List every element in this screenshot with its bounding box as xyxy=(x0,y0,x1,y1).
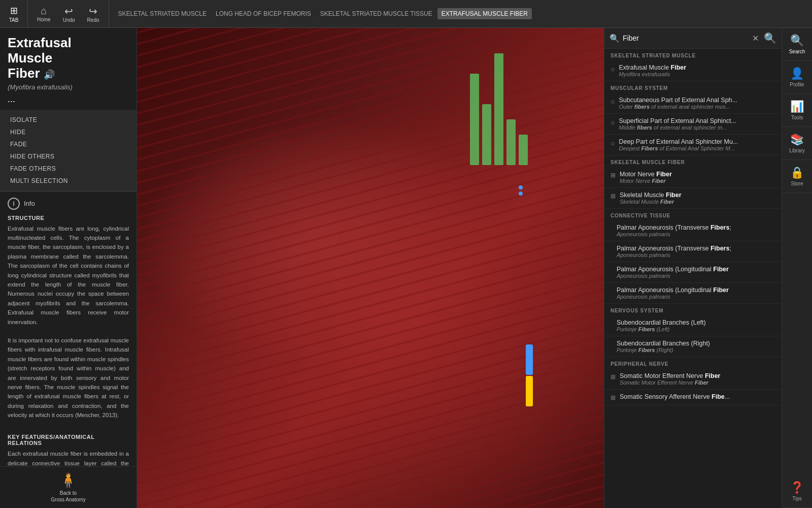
result-text: Palmar Aponeurosis (Longitudinal FiberAp… xyxy=(617,266,775,279)
library-icon: 📚 xyxy=(790,133,804,146)
audio-icon[interactable]: 🔊 xyxy=(44,70,55,80)
list-item[interactable]: Subendocardial Branches (Left)Purkinje F… xyxy=(604,315,782,336)
result-latin: Motor Nerve Fiber xyxy=(620,178,775,184)
list-item[interactable]: ⊞Somatic Sensory Afferent Nerve Fibe... xyxy=(604,390,782,405)
result-latin: Purkinje Fibers (Right) xyxy=(617,347,775,353)
result-name: Somatic Sensory Afferent Nerve Fibe... xyxy=(620,393,775,400)
tools-sidebar-label: Tools xyxy=(791,115,803,120)
list-item[interactable]: Palmar Aponeurosis (Transverse Fibers;Ap… xyxy=(604,220,782,241)
breadcrumb: SKELETAL STRIATED MUSCLE LONG HEAD OF BI… xyxy=(109,8,813,19)
hide-button[interactable]: HIDE xyxy=(0,126,137,138)
result-latin: Outer fibers of external anal sphincter … xyxy=(619,104,775,110)
store-sidebar-label: Store xyxy=(791,181,803,186)
result-text: Skeletal Muscle FiberSkeletal Muscle Fib… xyxy=(620,192,775,205)
home-label: Home xyxy=(37,17,51,22)
result-text: Somatic Motor Efferent Nerve FiberSomati… xyxy=(620,372,775,386)
fade-others-button[interactable]: FADE OTHERS xyxy=(0,163,137,175)
info-label: Info xyxy=(24,200,35,207)
no-icon xyxy=(611,341,613,349)
highlight-fiber: Fiber xyxy=(713,287,729,294)
result-name: Palmar Aponeurosis (Longitudinal Fiber xyxy=(617,287,775,294)
list-item[interactable]: Palmar Aponeurosis (Transverse Fibers;Ap… xyxy=(604,241,782,262)
isolate-button[interactable]: ISOLATE xyxy=(0,114,137,126)
result-name: Deep Part of External Anal Sphincter Mu.… xyxy=(619,138,775,145)
breadcrumb-2[interactable]: LONG HEAD OF BICEP FEMORIS xyxy=(212,8,315,19)
main-area: Extrafusal Muscle Fiber 🔊 (Myofibra extr… xyxy=(0,28,812,508)
title-line1: Extrafusal xyxy=(8,35,72,50)
tips-sidebar-button[interactable]: ❓ Tips xyxy=(782,475,813,508)
result-name: Subcutaneous Part of External Anal Sph..… xyxy=(619,97,775,104)
green-bars xyxy=(470,53,528,165)
results-section-header: NERVOUS SYSTEM xyxy=(604,304,782,315)
viewport[interactable] xyxy=(137,28,604,508)
circle-icon: ○ xyxy=(611,65,615,73)
result-name: Extrafusal Muscle Fiber xyxy=(619,64,775,71)
multi-selection-button[interactable]: MULTI SELECTION xyxy=(0,175,137,187)
list-item[interactable]: Subendocardial Branches (Right)Purkinje … xyxy=(604,336,782,357)
hide-others-button[interactable]: HIDE OTHERS xyxy=(0,150,137,163)
top-bar: ⊞ TAB ⌂ Home ↩ Undo ↪ Redo SKELETAL STRI… xyxy=(0,0,812,28)
info-icon: i xyxy=(8,198,20,210)
tab-button[interactable]: ⊞ TAB xyxy=(0,0,28,28)
undo-button[interactable]: ↩ Undo xyxy=(59,3,79,25)
breadcrumb-1[interactable]: SKELETAL STRIATED MUSCLE xyxy=(114,8,211,19)
list-item[interactable]: ○Deep Part of External Anal Sphincter Mu… xyxy=(604,135,782,155)
structure-text2: It is important not to confuse extrafusa… xyxy=(8,336,129,420)
result-latin: Purkinje Fibers (Left) xyxy=(617,326,775,332)
search-input[interactable] xyxy=(623,34,749,42)
results-section-header: CONNECTIVE TISSUE xyxy=(604,209,782,220)
result-latin: Somatic Motor Efferent Nerve Fiber xyxy=(620,379,775,386)
grid-icon: ⊞ xyxy=(611,394,616,401)
tab-icon: ⊞ xyxy=(10,5,18,16)
key-features-heading: KEY FEATURES/ANATOMICAL RELATIONS xyxy=(8,434,129,446)
fade-button[interactable]: FADE xyxy=(0,138,137,150)
back-label: Back to Gross Anatomy xyxy=(51,490,85,503)
result-text: Subcutaneous Part of External Anal Sph..… xyxy=(619,97,775,110)
list-item[interactable]: ⊞Skeletal Muscle FiberSkeletal Muscle Fi… xyxy=(604,188,782,209)
list-item[interactable]: Palmar Aponeurosis (Longitudinal FiberAp… xyxy=(604,262,782,283)
no-icon xyxy=(611,267,613,275)
more-options[interactable]: ... xyxy=(8,94,129,105)
library-sidebar-button[interactable]: 📚 Library xyxy=(782,127,813,160)
result-name: Skeletal Muscle Fiber xyxy=(620,192,775,199)
highlight-fiber: Fiber xyxy=(666,192,682,199)
list-item[interactable]: ⊞Motor Nerve FiberMotor Nerve Fiber xyxy=(604,167,782,188)
result-name: Palmar Aponeurosis (Transverse Fibers; xyxy=(617,245,775,252)
result-text: Deep Part of External Anal Sphincter Mu.… xyxy=(619,138,775,151)
title-area: Extrafusal Muscle Fiber 🔊 (Myofibra extr… xyxy=(0,28,137,110)
circle-icon: ○ xyxy=(611,98,615,106)
store-sidebar-button[interactable]: 🔒 Store xyxy=(782,160,813,193)
result-text: Subendocardial Branches (Left)Purkinje F… xyxy=(617,319,775,332)
list-item[interactable]: ○Subcutaneous Part of External Anal Sph.… xyxy=(604,93,782,114)
no-icon xyxy=(611,246,613,254)
highlight-fiber: Fibe xyxy=(712,393,725,400)
list-item[interactable]: ○Extrafusal Muscle FiberMyofibra extrafu… xyxy=(604,60,782,81)
redo-icon: ↪ xyxy=(89,5,97,17)
nav-controls: ⌂ Home ↩ Undo ↪ Redo xyxy=(28,0,109,28)
back-to-gross-anatomy-button[interactable]: 🧍 Back to Gross Anatomy xyxy=(0,466,137,508)
results-list: SKELETAL STRIATED MUSCLE○Extrafusal Musc… xyxy=(604,49,782,508)
search-sidebar-icon: 🔍 xyxy=(790,34,804,47)
tips-sidebar-label: Tips xyxy=(792,496,802,501)
breadcrumb-3[interactable]: SKELETAL STRIATED MUSCLE TISSUE xyxy=(316,8,436,19)
clear-button[interactable]: ✕ xyxy=(752,34,759,43)
highlight-fiber-latin: Fiber xyxy=(652,178,666,184)
result-name: Motor Nerve Fiber xyxy=(620,171,775,178)
list-item[interactable]: ○Superficial Part of External Anal Sphin… xyxy=(604,114,782,135)
result-latin: Middle fibers of external anal sphincter… xyxy=(619,124,775,131)
result-latin: Aponeurosis palmaris xyxy=(617,273,775,279)
breadcrumb-4[interactable]: EXTRAFUSAL MUSCLE FIBER xyxy=(437,8,532,19)
redo-button[interactable]: ↪ Redo xyxy=(83,3,104,25)
tab-label: TAB xyxy=(9,17,19,23)
home-button[interactable]: ⌂ Home xyxy=(33,3,55,24)
profile-sidebar-button[interactable]: 👤 Profile xyxy=(782,61,813,94)
right-sidebar: 🔍 Search 👤 Profile 📊 Tools 📚 Library 🔒 S… xyxy=(782,28,812,508)
search-area: 🔍 ✕ 🔍 xyxy=(604,28,782,49)
list-item[interactable]: Palmar Aponeurosis (Longitudinal FiberAp… xyxy=(604,283,782,304)
highlight-fiber-latin: Fibers xyxy=(638,326,655,332)
tools-sidebar-button[interactable]: 📊 Tools xyxy=(782,94,813,127)
tools-icon: 📊 xyxy=(790,100,804,113)
search-button-large[interactable]: 🔍 xyxy=(764,32,776,44)
list-item[interactable]: ⊞Somatic Motor Efferent Nerve FiberSomat… xyxy=(604,369,782,390)
search-sidebar-button[interactable]: 🔍 Search xyxy=(782,28,813,61)
